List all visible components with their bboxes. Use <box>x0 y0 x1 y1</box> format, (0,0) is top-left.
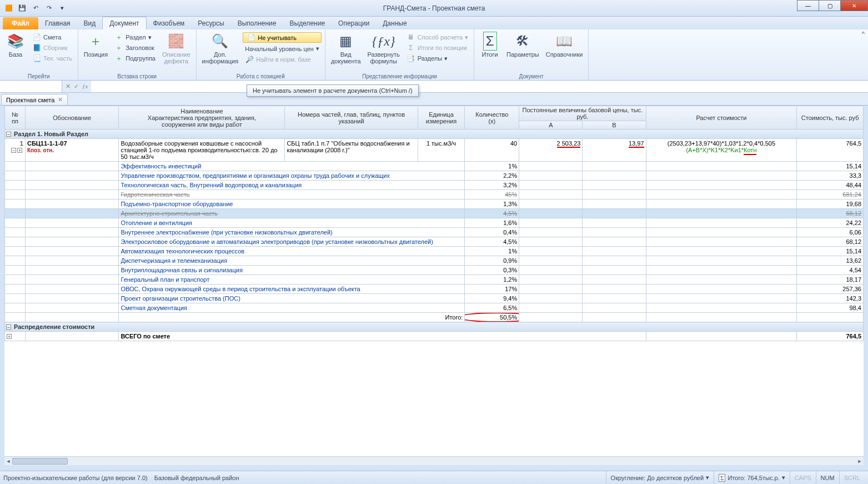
tab-operations[interactable]: Операции <box>332 17 376 29</box>
status-bar: Проектно-изыскательские работы (для верс… <box>0 471 868 484</box>
sub-item-pct: 1,2% <box>465 275 519 285</box>
sub-item-row[interactable]: Эффективность инвестиций1%15,14 <box>5 162 864 171</box>
tab-selection[interactable]: Выделение <box>283 17 332 29</box>
confirm-check-icon[interactable]: ✓ <box>74 83 79 90</box>
scroll-right-icon[interactable]: ► <box>856 457 864 466</box>
scroll-thumb[interactable] <box>12 458 68 465</box>
scroll-left-icon[interactable]: ◄ <box>4 457 12 466</box>
status-region: Базовый федеральный район <box>154 475 239 481</box>
quick-access-toolbar: 🟧 💾 ↶ ↷ ▾ <box>3 3 68 14</box>
fx-button-icon[interactable]: ƒx <box>82 83 88 90</box>
sub-item-row[interactable]: Сметная документация6,5%98,4 <box>5 303 864 313</box>
col-A[interactable]: A <box>519 121 583 129</box>
parametry-button[interactable]: 🛠Параметры <box>504 31 541 79</box>
sub-item-cost: 98,4 <box>797 303 864 313</box>
status-rounding[interactable]: Округление: До десятков рублей ▾ <box>606 471 714 484</box>
sub-item-row[interactable]: Технологическая часть, Внутренний водопр… <box>5 181 864 190</box>
cancel-x-icon[interactable]: ✕ <box>66 83 71 90</box>
razdely-button[interactable]: 📑Разделы ▾ <box>404 53 470 63</box>
sub-item-row[interactable]: ОВОС, Охрана окружающей среды в период с… <box>5 285 864 294</box>
tab-file[interactable]: Файл <box>3 17 38 29</box>
tab-view[interactable]: Вид <box>77 17 103 29</box>
formula-input[interactable] <box>91 81 868 92</box>
wall-icon: 🧱 <box>167 32 185 50</box>
col-post[interactable]: Постоянные величины базовой цены, тыс. р… <box>519 106 646 121</box>
expand-icon[interactable]: + <box>7 334 12 339</box>
item-row[interactable]: 1−+ СБЦ11-1-1-07Кпоз. отн. Водозаборные … <box>5 139 864 162</box>
razdel-button[interactable]: ＋Раздел ▾ <box>112 32 158 42</box>
tab-data[interactable]: Данные <box>376 17 413 29</box>
baza-button[interactable]: 📚 База <box>3 31 28 79</box>
col-npp[interactable]: № пп <box>5 106 26 129</box>
podgruppa-button[interactable]: ＋Подгруппа <box>112 53 158 63</box>
itogi-button[interactable]: ΣИтоги <box>478 31 502 79</box>
close-button[interactable]: ✕ <box>840 0 868 11</box>
maximize-button[interactable]: ▢ <box>819 0 841 11</box>
tab-document[interactable]: Документ <box>102 17 146 29</box>
group-position-work: 🔍 Доп. информация 📄Не учитывать Начальны… <box>197 29 325 80</box>
vid-dokumenta-button[interactable]: ▦ Вид документа <box>329 31 363 79</box>
status-itogo[interactable]: ΣИтого: 764,5тыс.р. ▾ <box>714 471 790 484</box>
col-ed[interactable]: Единица измерения <box>418 106 465 129</box>
col-B[interactable]: B <box>583 121 646 129</box>
position-button[interactable]: ＋ Позиция <box>82 31 111 79</box>
qat-dropdown-icon[interactable]: ▾ <box>57 3 68 14</box>
tab-resources[interactable]: Ресурсы <box>191 17 230 29</box>
sub-item-row[interactable]: Диспетчеризация и телемеханизация0,9%13,… <box>5 256 864 266</box>
raspred-row[interactable]: − Распределение стоимости <box>5 322 864 332</box>
col-kol[interactable]: Количество (x) <box>465 106 519 129</box>
sub-item-row[interactable]: Подъемно-транспортное оборудование1,3%19… <box>5 199 864 209</box>
name-box[interactable] <box>0 81 62 92</box>
collapse-icon[interactable]: − <box>6 325 11 330</box>
razvernut-button[interactable]: {ƒx} Развернуть формулы <box>365 31 402 79</box>
h-scrollbar[interactable]: ◄ ► <box>4 456 864 465</box>
vid-label: Вид документа <box>331 51 361 64</box>
sub-item-row[interactable]: Управление производством, предприятиями … <box>5 171 864 181</box>
minimize-button[interactable]: — <box>797 0 819 11</box>
smeta-button[interactable]: 📄Смета <box>30 32 74 42</box>
plus-small-icon: ＋ <box>114 43 123 52</box>
save-icon[interactable]: 💾 <box>17 3 28 14</box>
sub-item-row[interactable]: Проект организации строительства (ПОС)9,… <box>5 294 864 303</box>
dop-info-button[interactable]: 🔍 Доп. информация <box>200 31 241 79</box>
expand-icon[interactable]: + <box>17 148 22 153</box>
close-tab-icon[interactable]: ✕ <box>58 96 63 103</box>
nachalnyj-uroven-button[interactable]: Начальный уровень цен ▾ <box>243 44 322 53</box>
col-rasch[interactable]: Расчет стоимости <box>646 106 797 129</box>
sub-item-cost: 15,14 <box>797 162 864 171</box>
sub-item-row[interactable]: Автоматизация технологических процессов1… <box>5 247 864 256</box>
col-naim[interactable]: Наименование Характеристика предприятия,… <box>119 106 285 129</box>
undo-icon[interactable]: ↶ <box>30 3 41 14</box>
ne-uchityvat-button[interactable]: 📄Не учитывать <box>243 32 322 43</box>
collapse-icon[interactable]: − <box>11 148 16 153</box>
sub-item-pct: 1% <box>465 247 519 256</box>
sub-item-row[interactable]: Электросиловое оборудование и автоматиза… <box>5 237 864 247</box>
tab-fizobem[interactable]: Физобъем <box>147 17 192 29</box>
collapse-icon[interactable]: − <box>6 132 11 137</box>
sub-item-row[interactable]: Архитектурно-строительная часть4,5%68,12 <box>5 209 864 218</box>
itogi-pos-button: ΣИтоги по позиции <box>404 43 470 53</box>
sub-item-row[interactable]: Гидротехническая часть45%681,24 <box>5 190 864 199</box>
sub-item-row[interactable]: Внутриплощадочная связь и сигнализация0,… <box>5 266 864 275</box>
zagolovok-button[interactable]: ＋Заголовок <box>112 43 158 53</box>
doc-tab[interactable]: Проектная смета✕ <box>1 94 68 105</box>
vsego-row[interactable]: +ВСЕГО по смете764,5 <box>5 332 864 341</box>
tab-main[interactable]: Главная <box>38 17 77 29</box>
document-icon: 📄 <box>32 33 41 42</box>
tab-vypolnenie[interactable]: Выполнение <box>231 17 283 29</box>
col-obosn[interactable]: Обоснование <box>25 106 119 129</box>
col-stoim[interactable]: Стоимость, тыс. руб <box>797 106 864 129</box>
ribbon-help-icon[interactable]: ^ <box>862 31 865 37</box>
sub-item-row[interactable]: Внутреннее электроснабжение (при установ… <box>5 228 864 237</box>
status-project-type: Проектно-изыскательские работы (для верс… <box>3 475 148 481</box>
sub-item-name: Отопление и вентиляция <box>119 218 465 228</box>
section-row[interactable]: − Раздел 1. Новый Раздел <box>5 129 864 139</box>
redo-icon[interactable]: ↷ <box>43 3 54 14</box>
col-nomera[interactable]: Номера частей, глав, таблиц, пунктов ука… <box>285 106 418 129</box>
group-document: ΣИтоги 🛠Параметры 📖Справочники Документ <box>474 29 589 80</box>
sub-item-cost: 142,3 <box>797 294 864 303</box>
spravochniki-button[interactable]: 📖Справочники <box>544 31 585 79</box>
data-grid[interactable]: № пп Обоснование Наименование Характерис… <box>4 106 864 465</box>
sub-item-row[interactable]: Отопление и вентиляция1,6%24,22 <box>5 218 864 228</box>
sub-item-row[interactable]: Генеральный план и транспорт1,2%18,17 <box>5 275 864 285</box>
